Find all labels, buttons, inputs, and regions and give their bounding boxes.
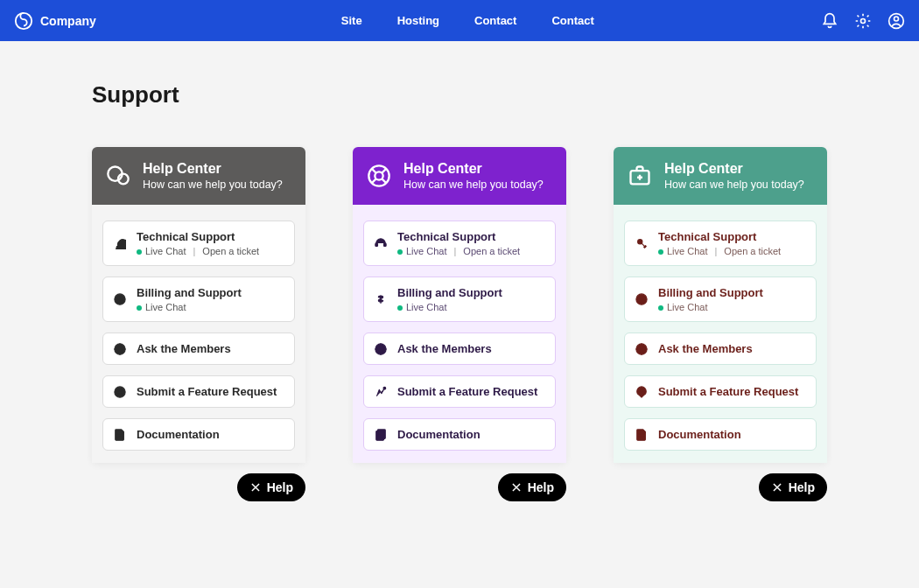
item-label: Billing and Support [397,286,502,299]
svg-point-25 [641,388,643,391]
list-item[interactable]: Documentation [624,418,817,451]
svg-point-6 [118,244,120,246]
card-title: Help Center [143,161,283,177]
brand[interactable]: Company [14,11,96,31]
page-title: Support [92,81,827,108]
bell-icon[interactable] [821,12,838,30]
list-item[interactable]: Ask the Members [363,332,556,365]
item-label: Documentation [397,428,481,441]
card-subtitle: How can we help you today? [664,178,804,191]
item-tag[interactable]: Open a ticket [463,246,520,256]
status-dot-icon [397,305,403,311]
list-item[interactable]: Submit a Feature Request [624,375,817,408]
card-title: Help Center [664,161,804,177]
item-tag[interactable]: Live Chat [658,246,707,256]
nav-link-contact[interactable]: Contact [474,14,516,27]
list-item[interactable]: Billing and SupportLive Chat [102,276,295,322]
card-header: Help Center How can we help you today? [353,147,566,205]
list-item[interactable]: Billing and SupportLive Chat [624,276,817,322]
list-item[interactable]: Documentation [363,418,556,451]
list-item[interactable]: Billing and SupportLive Chat [363,276,556,322]
card-header: Help Center How can we help you today? [92,147,305,205]
svg-point-1 [861,18,866,23]
svg-rect-20 [378,429,386,438]
navbar: Company Site Hosting Contact Contact [0,0,919,41]
feature-icon [375,386,387,398]
page: Support Help Center How can we help you … [0,41,919,503]
svg-point-14 [375,172,382,179]
item-tags: Live Chat [658,302,763,312]
item-label: Submit a Feature Request [658,385,798,398]
item-label: Technical Support [397,230,520,243]
item-tags: Live Chat|Open a ticket [137,246,259,256]
list-item[interactable]: Ask the Members [102,332,295,365]
help-chip[interactable]: Help [498,473,566,501]
list-item[interactable]: Technical SupportLive Chat|Open a ticket [624,220,817,266]
item-tags: Live Chat [137,302,242,312]
help-chip[interactable]: Help [759,473,827,501]
item-tags: Live Chat [397,302,502,312]
nav-icons [821,12,905,30]
help-chip-label: Help [267,480,293,494]
billing-icon [635,293,648,305]
brand-logo-icon [14,11,33,31]
item-tags: Live Chat|Open a ticket [397,246,520,256]
item-label: Submit a Feature Request [137,385,277,398]
status-dot-icon [137,249,142,255]
brand-name: Company [40,14,96,28]
user-circle-icon[interactable] [887,12,905,30]
item-label: Documentation [658,428,741,441]
item-tag[interactable]: Live Chat [137,302,186,312]
close-icon [510,481,523,494]
item-label: Documentation [137,428,220,441]
item-tag[interactable]: Live Chat [658,302,707,312]
nav-link-hosting[interactable]: Hosting [397,14,439,27]
list-item[interactable]: Submit a Feature Request [363,375,556,408]
doc-icon [635,429,648,441]
item-tag[interactable]: Live Chat [397,246,446,256]
item-label: Ask the Members [397,342,492,355]
item-tag[interactable]: Open a ticket [724,246,781,256]
nav-link-site[interactable]: Site [341,14,362,27]
tech-icon [114,237,126,249]
card-subtitle: How can we help you today? [143,178,283,191]
item-label: Technical Support [658,230,781,243]
globe-icon [635,343,648,355]
nav-link-contact-2[interactable]: Contact [551,14,593,27]
list-item[interactable]: Ask the Members [624,332,817,365]
item-tag[interactable]: Live Chat [397,302,446,312]
gear-icon[interactable] [854,12,872,30]
feature-icon [114,386,126,398]
help-chip-label: Help [528,480,554,494]
status-dot-icon [658,249,663,255]
lifebuoy-icon [367,164,391,188]
help-card-dark: Help Center How can we help you today? T… [92,147,305,463]
item-label: Ask the Members [658,342,753,355]
help-chip[interactable]: Help [237,473,305,501]
svg-point-7 [122,244,123,246]
card-body: Technical SupportLive Chat|Open a ticket… [353,205,566,463]
item-label: Submit a Feature Request [397,385,537,398]
card-body: Technical SupportLive Chat|Open a ticket… [92,205,305,463]
close-icon [249,481,262,494]
help-card-teal: Help Center How can we help you today? T… [614,147,827,463]
help-card-purple: Help Center How can we help you today? T… [353,147,566,463]
tech-icon [375,237,387,249]
doc-icon [114,429,126,441]
list-item[interactable]: Submit a Feature Request [102,375,295,408]
billing-icon [375,293,387,305]
item-tag[interactable]: Open a ticket [202,246,259,256]
item-label: Billing and Support [137,286,242,299]
feature-icon [635,386,648,398]
list-item[interactable]: Technical SupportLive Chat|Open a ticket [102,220,295,266]
item-tag[interactable]: Live Chat [137,246,186,256]
help-chip-label: Help [789,480,815,494]
cards-row: Help Center How can we help you today? T… [92,147,827,463]
list-item[interactable]: Technical SupportLive Chat|Open a ticket [363,220,556,266]
card-title: Help Center [403,161,544,177]
svg-rect-16 [384,243,387,247]
item-label: Ask the Members [137,342,231,355]
first-aid-icon [628,164,652,188]
item-label: Technical Support [137,230,259,243]
list-item[interactable]: Documentation [102,418,295,451]
